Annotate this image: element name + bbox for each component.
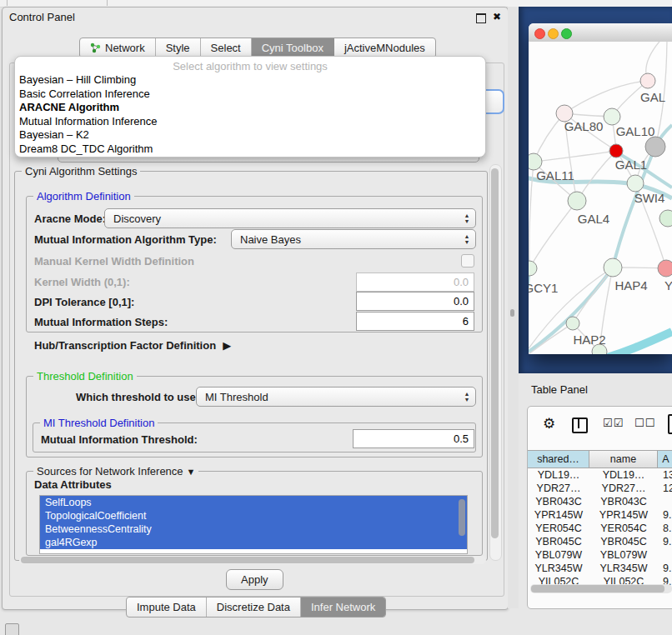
- network-node-y[interactable]: [658, 260, 672, 277]
- deselect-all-checkboxes-icon[interactable]: ☐☐: [634, 417, 655, 429]
- dpi-tolerance-value: 0.0: [454, 295, 469, 308]
- node-label: Y: [664, 278, 672, 292]
- column-header[interactable]: shared…: [528, 450, 589, 468]
- combo-stepper-icon: ▲▼: [460, 212, 475, 224]
- table-horizontal-scrollbar[interactable]: [530, 584, 672, 593]
- column-header[interactable]: name: [589, 450, 658, 468]
- tab-label: Select: [211, 42, 241, 54]
- settings-horizontal-scrollbar[interactable]: [19, 556, 486, 564]
- gear-icon[interactable]: ⚙: [543, 415, 555, 432]
- tab-jactivemnodules[interactable]: jActiveMNodules: [334, 38, 435, 58]
- data-attributes-label: Data Attributes: [34, 478, 112, 491]
- mi-threshold-field[interactable]: 0.5: [353, 429, 474, 448]
- which-threshold-value: MI Threshold: [197, 391, 460, 403]
- dpi-tolerance-field[interactable]: 0.0: [356, 292, 474, 311]
- mi-steps-field[interactable]: 6: [356, 312, 474, 331]
- mi-type-combo[interactable]: Naive Bayes ▲▼: [231, 229, 476, 249]
- splitter-handle-icon[interactable]: [510, 309, 514, 317]
- tab-label: Discretize Data: [217, 601, 290, 613]
- algorithm-option[interactable]: Bayesian – Hill Climbing: [15, 73, 485, 88]
- split-pane-icon[interactable]: [572, 418, 588, 433]
- panel-splitter[interactable]: [508, 7, 519, 608]
- network-canvas[interactable]: GALGAL80GAL10GAL1GAL11SWI4GAL4GCY1HAP4YH…: [529, 42, 672, 354]
- apply-button-label: Apply: [241, 573, 268, 586]
- hub-definition-expander[interactable]: Hub/Transcription Factor Definition▶: [34, 339, 231, 352]
- algorithm-option[interactable]: Mutual Information Inference: [15, 115, 485, 129]
- kernel-width-field[interactable]: 0.0: [356, 272, 474, 292]
- tab-select[interactable]: Select: [201, 38, 252, 58]
- table-row[interactable]: YBR045CYBR045C9.: [528, 535, 672, 548]
- sources-title-expander[interactable]: Sources for Network Inference▼: [33, 465, 198, 478]
- table-row[interactable]: YDR27…YDR27…12: [528, 482, 672, 495]
- algorithm-option[interactable]: Bayesian – K2: [15, 128, 485, 142]
- tab-style[interactable]: Style: [156, 38, 201, 58]
- table-row[interactable]: YLR345WYLR345W9.: [528, 562, 672, 575]
- algorithm-option[interactable]: ARACNE Algorithm: [15, 101, 485, 115]
- table-row[interactable]: YPR145WYPR145W9.: [528, 508, 672, 522]
- network-node-gal10[interactable]: [604, 108, 620, 125]
- tab-cyni-toolbox[interactable]: Cyni Toolbox: [252, 38, 334, 58]
- settings-vertical-scrollbar[interactable]: [489, 164, 502, 561]
- close-icon[interactable]: ✖: [493, 11, 501, 22]
- attribute-item-selected[interactable]: BetweennessCentrality: [40, 522, 467, 536]
- expand-right-arrow-icon: ▶: [223, 339, 231, 352]
- network-node-gal1[interactable]: [609, 144, 623, 158]
- table-cell: YLR345W: [528, 562, 589, 575]
- aracne-mode-combo[interactable]: Discovery ▲▼: [104, 208, 476, 228]
- table-cell: YPR145W: [589, 508, 658, 522]
- algorithm-dropdown-list: Select algorithm to view settings Bayesi…: [14, 56, 486, 158]
- minimize-traffic-light-icon[interactable]: [548, 28, 559, 39]
- data-attributes-list[interactable]: SelfLoopsTopologicalCoefficientBetweenne…: [39, 495, 468, 554]
- table-cell: 8.: [658, 522, 672, 535]
- node-label: SWI4: [634, 191, 665, 205]
- network-node[interactable]: [645, 137, 665, 157]
- dropdown-items: Bayesian – Hill ClimbingBasic Correlatio…: [15, 73, 485, 156]
- mi-steps-value: 6: [463, 315, 469, 328]
- select-all-checkboxes-icon[interactable]: ☑☑: [603, 417, 624, 429]
- network-desktop: GALGAL80GAL10GAL1GAL11SWI4GAL4GCY1HAP4YH…: [519, 7, 672, 373]
- zoom-traffic-light-icon[interactable]: [561, 28, 572, 39]
- algorithm-option[interactable]: Basic Correlation Inference: [15, 88, 485, 102]
- table-cell: [658, 548, 672, 562]
- tab-network[interactable]: Network: [80, 38, 156, 58]
- attribute-item-selected[interactable]: SelfLoops: [40, 496, 467, 509]
- network-node-hap4[interactable]: [604, 258, 622, 277]
- manual-kernel-checkbox[interactable]: [461, 254, 474, 268]
- table-row[interactable]: YER054CYER054C8.: [528, 522, 672, 535]
- apply-button[interactable]: Apply: [226, 569, 283, 590]
- tab-impute-data[interactable]: Impute Data: [127, 598, 207, 617]
- algorithm-option[interactable]: Dream8 DC_TDC Algorithm: [15, 142, 485, 157]
- column-header[interactable]: A: [658, 450, 672, 468]
- corner-widget-icon[interactable]: [5, 623, 19, 635]
- network-node-gal[interactable]: [640, 73, 655, 88]
- network-node-gal11[interactable]: [529, 153, 542, 170]
- toolbar-divider: [107, 0, 108, 6]
- close-traffic-light-icon[interactable]: [534, 28, 545, 39]
- attribute-item-selected[interactable]: gal4RGexp: [40, 536, 467, 549]
- tab-discretize-data[interactable]: Discretize Data: [207, 598, 301, 617]
- mi-type-value: Naive Bayes: [232, 233, 460, 246]
- network-node-swi4[interactable]: [627, 175, 644, 192]
- float-window-icon[interactable]: [476, 13, 486, 23]
- node-label: GAL11: [536, 168, 574, 182]
- table-header-row: shared…nameA: [528, 450, 672, 468]
- network-node[interactable]: [659, 210, 672, 227]
- table-cell: YDR27…: [528, 482, 589, 495]
- table-toolbar: ⚙ ☑☑ ☐☐: [528, 407, 672, 443]
- table-row[interactable]: YBR043CYBR043C: [528, 495, 672, 508]
- document-icon[interactable]: [668, 414, 672, 434]
- network-node-hap2[interactable]: [566, 317, 579, 330]
- tab-infer-network[interactable]: Infer Network: [301, 598, 385, 617]
- table-row[interactable]: YDL19…YDL19…13: [528, 468, 672, 482]
- table-panel: ⚙ ☑☑ ☐☐ shared…nameA YDL19…YDL19…13YDR27…: [527, 406, 672, 609]
- network-graph: GALGAL80GAL10GAL1GAL11SWI4GAL4GCY1HAP4YH…: [529, 42, 672, 354]
- table-row[interactable]: YBL079WYBL079W: [528, 548, 672, 562]
- which-threshold-combo[interactable]: MI Threshold ▲▼: [196, 387, 476, 407]
- network-window-titlebar: [529, 23, 672, 42]
- network-node-gal4[interactable]: [568, 192, 586, 210]
- table-cell: 13: [658, 468, 672, 482]
- network-node-gcy1[interactable]: [529, 261, 537, 276]
- group-title: Cyni Algorithm Settings: [22, 165, 140, 178]
- list-scrollbar[interactable]: [459, 499, 465, 536]
- attribute-item-selected[interactable]: TopologicalCoefficient: [40, 509, 467, 522]
